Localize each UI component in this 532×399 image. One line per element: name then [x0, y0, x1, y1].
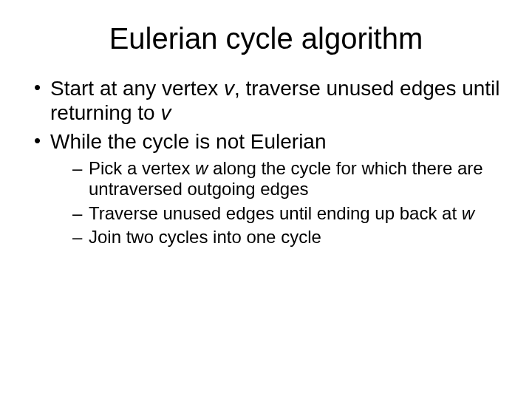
var-v: v	[160, 101, 171, 124]
var-w: w	[462, 203, 474, 223]
sub-bullet-2: Traverse unused edges until ending up ba…	[50, 203, 502, 224]
bullet-1: Start at any vertex v, traverse unused e…	[30, 76, 502, 125]
sub-bullet-3: Join two cycles into one cycle	[50, 227, 502, 248]
text: Traverse unused edges until ending up ba…	[89, 203, 462, 223]
slide-title: Eulerian cycle algorithm	[30, 22, 502, 55]
var-v: v	[224, 77, 234, 100]
slide: Eulerian cycle algorithm Start at any ve…	[0, 0, 532, 399]
sub-bullet-1: Pick a vertex w along the cycle for whic…	[50, 158, 502, 200]
bullet-2: While the cycle is not Eulerian Pick a v…	[30, 129, 502, 248]
text: Join two cycles into one cycle	[89, 227, 321, 247]
var-w: w	[195, 158, 208, 178]
text: While the cycle is not Eulerian	[50, 130, 327, 153]
text: Start at any vertex	[50, 77, 224, 100]
sub-bullet-list: Pick a vertex w along the cycle for whic…	[50, 158, 502, 248]
bullet-list: Start at any vertex v, traverse unused e…	[30, 76, 502, 248]
text: Pick a vertex	[89, 158, 195, 178]
